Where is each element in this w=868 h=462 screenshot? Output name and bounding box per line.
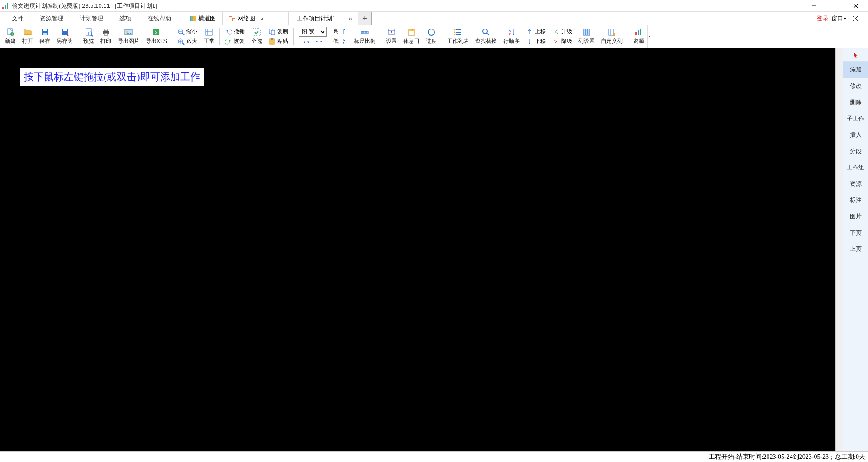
export-xls-icon: X bbox=[152, 28, 161, 37]
svg-rect-67 bbox=[588, 29, 590, 35]
document-tab-label: 工作项目计划1 bbox=[297, 14, 335, 23]
svg-rect-73 bbox=[638, 30, 639, 35]
panel-subtask[interactable]: 子工作 bbox=[843, 111, 868, 127]
svg-point-48 bbox=[391, 31, 392, 33]
move-down-button[interactable]: 下移 bbox=[525, 37, 547, 47]
panel-segment[interactable]: 分段 bbox=[843, 143, 868, 159]
toolbar-expand[interactable] bbox=[647, 25, 653, 48]
menu-options[interactable]: 选项 bbox=[111, 12, 139, 25]
svg-rect-41 bbox=[271, 38, 273, 40]
resource-button[interactable]: 资源 bbox=[630, 25, 647, 48]
document-tab[interactable]: 工作项目计划1 × bbox=[288, 12, 358, 25]
menu-plan[interactable]: 计划管理 bbox=[72, 12, 111, 25]
copy-button[interactable]: 复制 bbox=[267, 27, 290, 37]
menu-resource[interactable]: 资源管理 bbox=[32, 12, 72, 25]
cursor-tool[interactable] bbox=[843, 48, 868, 62]
panel-edit[interactable]: 修改 bbox=[843, 78, 868, 94]
zoom-group: 缩小 放大 bbox=[174, 25, 200, 48]
svg-rect-72 bbox=[635, 32, 637, 35]
vertical-scrollbar[interactable] bbox=[835, 48, 843, 451]
login-link[interactable]: 登录 bbox=[817, 14, 829, 23]
find-replace-button[interactable]: 查找替换 bbox=[472, 25, 500, 48]
arrow-compress-icon bbox=[340, 38, 348, 45]
copy-paste-group: 复制 粘贴 bbox=[265, 25, 291, 48]
rest-day-button[interactable]: 休息日 bbox=[400, 25, 423, 48]
export-xls-button[interactable]: X导出XLS bbox=[143, 25, 170, 48]
zoom-normal-button[interactable]: 正常 bbox=[200, 25, 218, 48]
custom-columns-button[interactable]: 自定义列 bbox=[598, 25, 626, 48]
undo-button[interactable]: 撤销 bbox=[224, 27, 246, 37]
app-icon bbox=[2, 2, 9, 10]
open-button[interactable]: 打开 bbox=[19, 25, 36, 48]
undo-redo-group: 撤销 恢复 bbox=[222, 25, 248, 48]
panel-insert[interactable]: 插入 bbox=[843, 127, 868, 143]
menubar-close[interactable] bbox=[849, 13, 862, 24]
new-document-tab[interactable]: + bbox=[358, 12, 372, 25]
low-button[interactable]: 低 bbox=[332, 37, 349, 47]
scale-button[interactable]: 标尺比例 bbox=[351, 25, 379, 48]
ruler-icon bbox=[360, 28, 369, 37]
canvas[interactable]: 按下鼠标左键拖拉(或双击)即可添加工作 bbox=[0, 48, 835, 451]
width-select-row: 图 宽 bbox=[297, 27, 328, 37]
move-group: 上移 下移 bbox=[523, 25, 549, 48]
panel-next-page[interactable]: 下页 bbox=[843, 225, 868, 241]
document-tab-close[interactable]: × bbox=[347, 15, 353, 22]
minimize-button[interactable] bbox=[804, 0, 825, 12]
settings-button[interactable]: 设置 bbox=[383, 25, 400, 48]
panel-prev-page[interactable]: 上页 bbox=[843, 241, 868, 257]
svg-text:+: + bbox=[11, 33, 13, 36]
panel-workgroup[interactable]: 工作组 bbox=[843, 159, 868, 176]
panel-add[interactable]: 添加 bbox=[843, 62, 868, 78]
svg-rect-4 bbox=[833, 4, 837, 8]
zoom-in-button[interactable]: 放大 bbox=[176, 37, 199, 47]
width-arrows-group: 图 宽 bbox=[296, 25, 330, 48]
menu-help[interactable]: 在线帮助 bbox=[139, 12, 179, 25]
svg-rect-0 bbox=[2, 7, 4, 9]
row-order-button[interactable]: AZ行顺序 bbox=[500, 25, 523, 48]
save-button[interactable]: 保存 bbox=[36, 25, 53, 48]
high-button[interactable]: 高 bbox=[332, 27, 349, 37]
new-button[interactable]: +新建 bbox=[2, 25, 19, 48]
menu-file[interactable]: 文件 bbox=[4, 12, 32, 25]
promote-button[interactable]: 升级 bbox=[551, 27, 573, 37]
column-settings-button[interactable]: 列设置 bbox=[575, 25, 598, 48]
move-up-button[interactable]: 上移 bbox=[525, 27, 547, 37]
redo-button[interactable]: 恢复 bbox=[224, 37, 246, 47]
view-tab-network-label: 网络图 bbox=[238, 14, 255, 23]
window-menu[interactable]: 窗口 ▾ bbox=[831, 14, 846, 23]
statusbar: 工程开始-结束时间:2023-05-24到2023-05-23；总工期:0天 bbox=[0, 451, 868, 462]
panel-image[interactable]: 图片 bbox=[843, 208, 868, 225]
svg-text:X: X bbox=[155, 30, 157, 35]
print-button[interactable]: 打印 bbox=[97, 25, 114, 48]
preview-button[interactable]: 预览 bbox=[80, 25, 97, 48]
zoom-out-button[interactable]: 缩小 bbox=[176, 27, 199, 37]
select-all-button[interactable]: 全选 bbox=[248, 25, 265, 48]
demote-button[interactable]: 降级 bbox=[551, 37, 573, 47]
workspace: 按下鼠标左键拖拉(或双击)即可添加工作 添加 修改 删除 子工作 插入 分段 工… bbox=[0, 48, 868, 451]
close-button[interactable] bbox=[845, 0, 866, 12]
paste-button[interactable]: 粘贴 bbox=[267, 37, 290, 47]
panel-annotate[interactable]: 标注 bbox=[843, 192, 868, 208]
view-tab-network[interactable]: 网络图 ◢ bbox=[223, 12, 270, 25]
svg-rect-51 bbox=[408, 29, 415, 31]
arrows-out-icon[interactable] bbox=[315, 38, 323, 45]
panel-delete[interactable]: 删除 bbox=[843, 94, 868, 111]
chevron-down-icon: ▾ bbox=[844, 16, 846, 21]
progress-button[interactable]: 进度 bbox=[423, 25, 440, 48]
high-low-group: 高 低 bbox=[330, 25, 351, 48]
maximize-button[interactable] bbox=[825, 0, 845, 12]
svg-rect-34 bbox=[206, 29, 212, 35]
folder-open-icon bbox=[23, 28, 32, 37]
panel-resource[interactable]: 资源 bbox=[843, 176, 868, 192]
view-tab-gantt-label: 横道图 bbox=[198, 14, 216, 23]
promote-icon bbox=[552, 28, 559, 35]
undo-icon bbox=[225, 28, 232, 35]
work-list-button[interactable]: 工作列表 bbox=[444, 25, 472, 48]
save-as-button[interactable]: 另存为 bbox=[53, 25, 76, 48]
width-select[interactable]: 图 宽 bbox=[299, 27, 327, 37]
svg-line-29 bbox=[182, 33, 184, 35]
arrows-in-icon[interactable] bbox=[303, 38, 310, 45]
export-image-button[interactable]: 导出图片 bbox=[114, 25, 143, 48]
titlebar: 翰文进度计划编制(免费版) 23.5.10.11 - [工作项目计划1] bbox=[0, 0, 868, 12]
view-tab-gantt[interactable]: 横道图 bbox=[183, 12, 223, 25]
